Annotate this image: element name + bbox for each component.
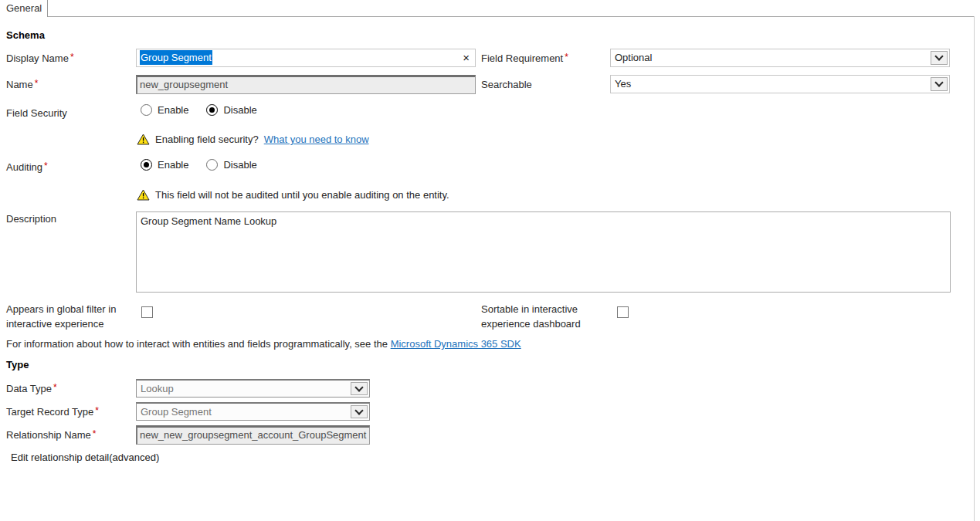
data-type-select: Lookup (136, 379, 370, 398)
relationship-name-input: new_new_groupsegment_account_GroupSegmen… (136, 425, 370, 445)
name-label: Name* (6, 79, 38, 90)
dynamics-sdk-link[interactable]: Microsoft Dynamics 365 SDK (391, 338, 521, 350)
global-filter-label: Appears in global filter in interactive … (6, 302, 134, 331)
auditing-disable-option[interactable]: Disable (206, 159, 256, 171)
chevron-down-icon (934, 52, 943, 60)
auditing-radio-group: Enable Disable (141, 159, 270, 171)
sortable-checkbox[interactable] (617, 306, 629, 318)
field-security-warning: Enabling field security? What you need t… (137, 134, 369, 145)
required-asterisk: * (93, 428, 97, 439)
field-requirement-label: Field Requirement* (481, 52, 568, 64)
description-label: Description (6, 213, 56, 225)
name-input: new_groupsegment (136, 75, 476, 94)
searchable-select[interactable]: Yes (610, 75, 950, 93)
auditing-label: Auditing* (6, 161, 48, 173)
schema-section-heading: Schema (6, 29, 45, 41)
what-you-need-to-know-link[interactable]: What you need to know (264, 134, 369, 145)
required-asterisk: * (35, 78, 39, 89)
required-asterisk: * (70, 52, 74, 63)
description-textarea[interactable]: Group Segment Name Lookup (136, 211, 951, 293)
field-requirement-select[interactable]: Optional (610, 49, 950, 67)
radio-selected-icon[interactable] (141, 159, 152, 171)
clear-icon[interactable]: × (463, 49, 470, 66)
required-asterisk: * (95, 405, 99, 416)
panel-right-border (974, 16, 975, 521)
required-asterisk: * (53, 382, 57, 393)
field-security-disable-option[interactable]: Disable (206, 104, 256, 116)
sdk-note: For information about how to interact wi… (6, 338, 521, 350)
field-security-enable-option[interactable]: Enable (141, 104, 188, 116)
searchable-label: Searchable (481, 79, 532, 90)
required-asterisk: * (565, 52, 568, 63)
tab-bar-divider (48, 16, 975, 17)
field-properties-window: General Schema Display Name* Group Segme… (0, 0, 980, 521)
warning-icon (137, 189, 150, 201)
radio-selected-icon[interactable] (206, 104, 218, 116)
warning-icon (137, 134, 150, 145)
target-record-type-label: Target Record Type* (6, 406, 99, 418)
dropdown-button (351, 382, 368, 395)
relationship-name-label: Relationship Name* (6, 429, 97, 441)
sortable-label: Sortable in interactive experience dashb… (481, 302, 597, 331)
dropdown-button (351, 405, 368, 418)
data-type-label: Data Type* (6, 383, 57, 394)
dropdown-button[interactable] (931, 51, 948, 65)
tab-general[interactable]: General (0, 0, 48, 17)
chevron-down-icon (934, 78, 943, 86)
auditing-warning: This field will not be audited until you… (137, 189, 449, 201)
display-name-input[interactable]: Group Segment × (136, 49, 476, 67)
display-name-label: Display Name* (6, 52, 74, 64)
target-record-type-select: Group Segment (136, 402, 370, 421)
dropdown-button[interactable] (931, 77, 948, 91)
global-filter-checkbox[interactable] (141, 306, 153, 318)
type-section-heading: Type (6, 359, 29, 370)
display-name-selected-text: Group Segment (140, 50, 212, 65)
field-security-label: Field Security (6, 107, 67, 119)
radio-icon[interactable] (141, 104, 152, 116)
edit-relationship-detail-link[interactable]: Edit relationship detail(advanced) (11, 452, 159, 463)
field-security-radio-group: Enable Disable (141, 104, 270, 116)
chevron-down-icon (354, 383, 363, 391)
required-asterisk: * (44, 161, 48, 171)
auditing-enable-option[interactable]: Enable (141, 159, 188, 171)
radio-icon[interactable] (206, 159, 218, 171)
chevron-down-icon (354, 406, 363, 414)
